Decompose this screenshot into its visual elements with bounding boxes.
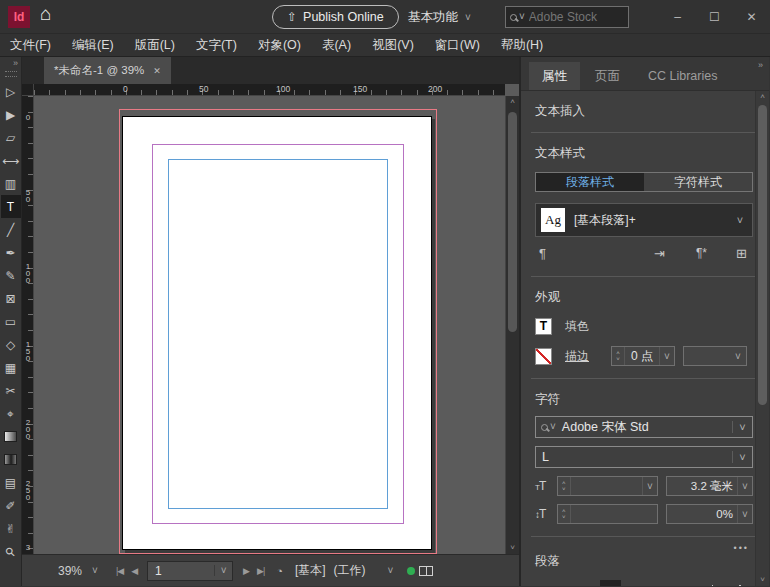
new-style-icon[interactable]: ⊞ [736,246,747,261]
fill-swatch-icon[interactable]: T [535,318,552,335]
line-tool[interactable]: ╱ [1,218,21,241]
scroll-up-arrow-icon[interactable]: ˄ [756,91,769,103]
type-tool[interactable]: T [1,195,21,218]
font-search[interactable]: ˅ [536,422,556,432]
paragraph-style-dropdown[interactable]: Ag [基本段落]+ ˅ [535,203,753,237]
maximize-button[interactable]: ☐ [696,0,733,34]
last-page-button[interactable]: ▶| [257,566,264,576]
scroll-down-arrow-icon[interactable]: ˅ [506,542,519,554]
free-transform-tool[interactable]: ⌖ [1,402,21,425]
stroke-label[interactable]: 描边 [565,348,589,365]
home-icon[interactable]: ⌂ [40,3,51,25]
menu-view[interactable]: 视图(V) [372,37,414,54]
preflight-icon[interactable]: ◔ [276,565,283,577]
toolbar-grip[interactable] [5,71,17,77]
polygon-tool[interactable]: ◇ [1,333,21,356]
content-collector-tool[interactable]: ▥ [1,172,21,195]
align-left-button[interactable] [535,580,557,586]
first-page-button[interactable]: |◀ [116,566,123,576]
scissors-tool[interactable]: ✂ [1,379,21,402]
chevron-down-icon[interactable]: ˅ [737,477,752,495]
rectangle-tool[interactable]: ▭ [1,310,21,333]
menu-layout[interactable]: 版面(L) [135,37,175,54]
document-tab[interactable]: *未命名-1 @ 39% ✕ [44,57,171,84]
gradient-swatch-tool[interactable] [1,425,21,448]
hand-tool[interactable]: ✌ [1,517,21,540]
paragraph-styles-tab[interactable]: 段落样式 [536,173,644,191]
pencil-tool[interactable]: ✎ [1,264,21,287]
font-size-dropdown[interactable]: ˄˅ ˅ [557,476,658,496]
previous-page-button[interactable]: ◀ [131,566,137,576]
chevron-down-icon[interactable]: ˅ [728,214,752,226]
note-tool[interactable]: ▤ [1,471,21,494]
page-tool[interactable]: ▱ [1,126,21,149]
pasteboard[interactable] [34,96,505,554]
adobe-stock-search[interactable]: ˅ [505,6,629,28]
chevron-down-icon[interactable]: ˅ [737,505,752,523]
align-away-spine-button[interactable] [720,580,742,586]
text-frame[interactable] [168,159,388,509]
selection-tool[interactable]: ▷ [1,80,21,103]
menu-table[interactable]: 表(A) [322,37,351,54]
chevron-down-icon[interactable]: ˅ [388,566,394,576]
clear-overrides-icon[interactable]: ¶* [696,246,707,260]
gap-tool[interactable]: ⟷ [1,149,21,172]
gradient-feather-tool[interactable] [1,448,21,471]
tracking-dropdown[interactable]: 0% ˅ [666,504,753,524]
chevron-down-icon[interactable]: ˅ [732,451,752,463]
pen-tool[interactable]: ✒ [1,241,21,264]
scroll-up-arrow-icon[interactable]: ˄ [506,96,519,108]
tab-pages[interactable]: 页面 [582,62,633,90]
minimize-button[interactable]: – [659,0,696,34]
stroke-type-dropdown[interactable]: ˅ [683,346,747,366]
menu-file[interactable]: 文件(F) [10,37,51,54]
justify-last-right-button[interactable] [643,580,665,586]
page-number-field[interactable]: 1 ˅ [147,561,233,581]
stroke-none-swatch-icon[interactable] [535,348,552,365]
menu-type[interactable]: 文字(T) [196,37,237,54]
menu-window[interactable]: 窗口(W) [435,37,480,54]
stepper-icon[interactable]: ˄˅ [558,477,571,495]
justify-last-center-button[interactable] [621,580,643,586]
eyedropper-tool[interactable]: ✐ [1,494,21,517]
panel-collapse-icon[interactable]: » [758,60,763,70]
align-right-button[interactable] [578,580,600,586]
menu-help[interactable]: 帮助(H) [501,37,543,54]
chevron-down-icon[interactable]: ˅ [659,347,674,365]
panel-scrollbar[interactable]: ˄ ˅ [755,91,769,586]
justify-last-left-button[interactable] [600,580,622,586]
ruler-origin-corner[interactable] [22,84,34,96]
leading-dropdown[interactable]: 3.2 毫米 ˅ [666,476,753,496]
preflight-preset[interactable]: [基本] [295,562,326,579]
character-styles-tab[interactable]: 字符样式 [644,173,752,191]
align-center-button[interactable] [557,580,579,586]
scroll-down-arrow-icon[interactable]: ˅ [756,574,769,586]
next-page-button[interactable]: ▶ [243,566,249,576]
stroke-weight-value[interactable]: 0 点 [625,347,659,365]
redefine-style-icon[interactable]: ⇥ [654,246,665,261]
toolbar-collapse-icon[interactable]: » [13,57,21,69]
scrollbar-thumb[interactable] [758,105,767,405]
document-vertical-scrollbar[interactable]: ˄ ˅ [505,96,519,554]
close-button[interactable]: ✕ [733,0,770,34]
rectangle-frame-tool[interactable]: ⊠ [1,287,21,310]
justify-all-button[interactable] [664,580,686,586]
chevron-down-icon[interactable]: ˅ [732,421,752,433]
search-input[interactable] [527,9,624,25]
chevron-down-icon[interactable]: ˅ [642,477,657,495]
zoom-chevron-icon[interactable]: ˅ [92,566,98,576]
publish-online-button[interactable]: ⇧ Publish Online [272,5,399,29]
fill-label[interactable]: 填色 [565,318,589,335]
stepper-icon[interactable]: ˄˅ [558,505,571,523]
direct-selection-tool[interactable]: ▶ [1,103,21,126]
paragraph-options-icon[interactable]: ¶ [539,246,546,261]
font-family-dropdown[interactable]: ˅ Adobe 宋体 Std ˅ [535,416,753,438]
workspace-switcher[interactable]: 基本功能 ˅ [408,9,471,26]
zoom-tool[interactable]: ⚲ [1,540,21,563]
table-tool[interactable]: ▦ [1,356,21,379]
vertical-scale-dropdown[interactable]: ˄˅ [557,504,658,524]
more-options-icon[interactable]: ••• [734,543,749,553]
scrollbar-thumb[interactable] [508,112,517,332]
align-toward-spine-button[interactable] [692,580,714,586]
menu-object[interactable]: 对象(O) [258,37,301,54]
